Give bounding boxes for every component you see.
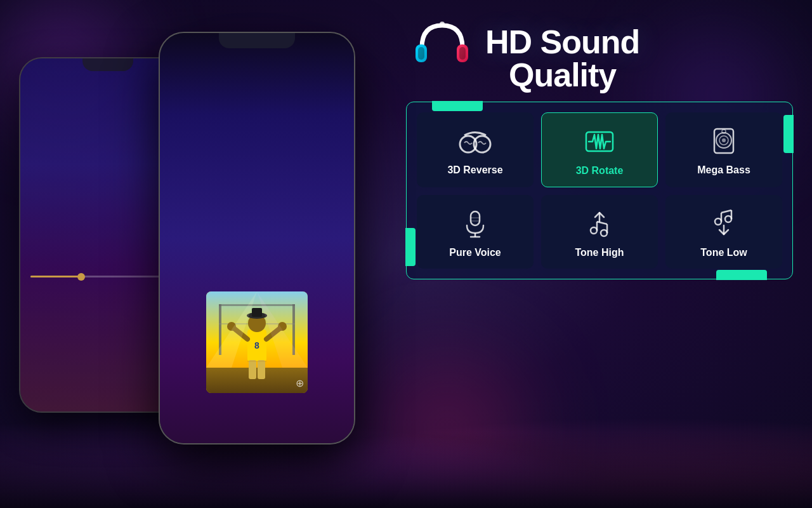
tone-low-label: Tone Low — [672, 247, 776, 258]
hd-title-line1: HD Sound — [485, 25, 639, 58]
effect-3d-reverse[interactable]: 3D Reverse — [417, 112, 534, 187]
svg-rect-24 — [418, 47, 424, 60]
tone-high-label: Tone High — [547, 247, 652, 258]
headphone-logo — [412, 19, 473, 70]
title-area: HD Sound Quality — [485, 19, 639, 91]
effect-pure-voice[interactable]: Pure Voice — [417, 195, 534, 269]
logo-area: HD Sound Quality — [400, 19, 793, 91]
svg-rect-35 — [471, 211, 480, 225]
corner-bottom-left — [405, 228, 416, 266]
svg-point-47 — [725, 216, 731, 222]
svg-point-26 — [440, 22, 445, 27]
zoom-icon[interactable]: ⊕ — [296, 377, 304, 389]
pure-voice-label: Pure Voice — [423, 247, 527, 258]
svg-rect-16 — [249, 360, 256, 379]
mega-bass-label: Mega Bass — [672, 164, 776, 176]
album-art-image: 8 — [206, 291, 308, 393]
phone-foreground: 14:39 ▌▌▌ ⊙ ▮ ← Music | Lyrics ≡ Sending… — [159, 32, 355, 444]
tone-low-icon — [705, 208, 743, 239]
mega-bass-icon — [705, 125, 743, 157]
svg-rect-6 — [206, 368, 308, 393]
svg-point-40 — [591, 227, 597, 234]
3d-reverse-icon — [456, 125, 494, 157]
3d-rotate-label: 3D Rotate — [548, 165, 651, 177]
corner-top-left — [432, 101, 483, 111]
effects-grid: 3D Reverse 3D Rotate — [417, 112, 782, 269]
svg-line-44 — [597, 222, 607, 224]
effect-tone-high[interactable]: Tone High — [541, 195, 658, 269]
album-art: 8 — [206, 291, 308, 393]
3d-rotate-icon — [580, 126, 619, 157]
album-art-container: 8 — [160, 291, 354, 393]
phone-fg-notch — [219, 33, 295, 48]
svg-rect-11 — [252, 308, 262, 317]
phone-bg-progress-thumb[interactable] — [77, 273, 85, 281]
svg-point-42 — [601, 230, 607, 236]
tone-high-icon — [580, 208, 619, 239]
hd-title-line2: Quality — [485, 58, 639, 91]
svg-line-49 — [721, 210, 731, 213]
effect-mega-bass[interactable]: Mega Bass — [665, 112, 782, 187]
svg-rect-17 — [258, 360, 265, 379]
svg-text:8: 8 — [254, 340, 259, 351]
phones-container: 14:39 ▌▌▌ ⊙ ▮ ← Music | Lyrics Sending u… — [19, 32, 412, 489]
svg-rect-4 — [219, 304, 295, 306]
phone-bg-notch — [82, 58, 133, 71]
effect-3d-rotate[interactable]: 3D Rotate — [541, 112, 658, 187]
svg-point-45 — [715, 218, 721, 225]
effects-panel: 3D Reverse 3D Rotate — [406, 102, 793, 279]
right-panel: HD Sound Quality — [400, 19, 793, 279]
corner-bottom-right — [716, 270, 767, 280]
phone-bg-progress-fill — [30, 276, 80, 277]
pure-voice-icon — [456, 208, 494, 239]
effect-tone-low[interactable]: Tone Low — [665, 195, 782, 269]
3d-reverse-label: 3D Reverse — [423, 164, 527, 176]
svg-rect-25 — [459, 47, 466, 60]
corner-top-right — [783, 115, 794, 153]
svg-point-33 — [722, 138, 726, 142]
